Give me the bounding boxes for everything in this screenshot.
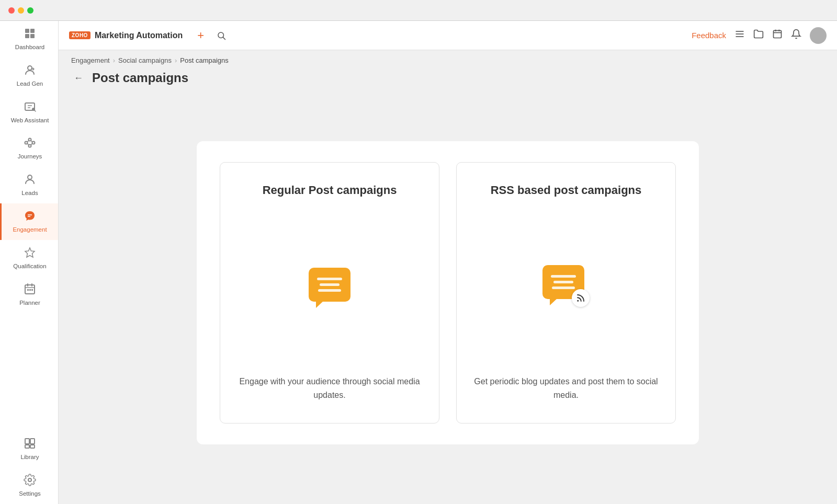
feedback-link[interactable]: Feedback (692, 31, 726, 40)
svg-rect-33 (30, 445, 35, 448)
journeys-icon (24, 136, 36, 151)
rss-post-card[interactable]: RSS based post campaigns (456, 162, 676, 423)
svg-point-13 (32, 142, 35, 144)
title-bar (0, 0, 837, 21)
settings-icon (24, 474, 36, 488)
chat-line-1 (317, 278, 342, 280)
svg-point-12 (29, 139, 31, 141)
sidebar-item-web-assistant[interactable]: Web Assistant (0, 94, 58, 131)
qualification-icon (24, 246, 36, 261)
chat-line-3 (318, 289, 341, 292)
user-avatar[interactable] (810, 27, 827, 44)
svg-rect-30 (25, 439, 29, 444)
brand: ZOHO Marketing Automation (69, 31, 183, 40)
breadcrumb-engagement[interactable]: Engagement (71, 56, 110, 64)
traffic-light-green[interactable] (27, 7, 33, 14)
search-button[interactable] (214, 29, 228, 42)
main-area: Engagement › Social campaigns › Post cam… (59, 50, 837, 504)
sidebar-item-settings[interactable]: Settings (0, 467, 58, 504)
svg-point-14 (29, 145, 31, 147)
rss-post-title: RSS based post campaigns (491, 184, 642, 197)
breadcrumb-social-campaigns[interactable]: Social campaigns (118, 56, 172, 64)
sidebar-label-library: Library (20, 454, 39, 461)
sidebar-item-journeys[interactable]: Journeys (0, 130, 58, 167)
regular-post-description: Engage with your audience through social… (237, 375, 422, 402)
sidebar-label-leads: Leads (21, 190, 38, 197)
sidebar-label-dashboard: Dashboard (15, 44, 44, 51)
breadcrumb-current: Post campaigns (180, 56, 229, 64)
topnav: ZOHO Marketing Automation + Feedback (59, 21, 837, 50)
sidebar-item-leads[interactable]: Leads (0, 167, 58, 203)
planner-icon (24, 283, 36, 297)
web-assistant-icon (24, 100, 36, 115)
svg-rect-27 (27, 289, 29, 291)
svg-rect-40 (774, 30, 782, 38)
rss-chat-line-1 (551, 275, 576, 278)
traffic-light-yellow[interactable] (18, 7, 24, 14)
list-view-icon[interactable] (734, 29, 745, 42)
folder-icon[interactable] (753, 29, 764, 42)
svg-rect-3 (30, 34, 35, 38)
svg-rect-29 (31, 289, 33, 291)
sidebar-item-lead-gen[interactable]: Lead Gen (0, 58, 58, 94)
sidebar-item-qualification[interactable]: Qualification (0, 240, 58, 277)
rss-post-description: Get periodic blog updates and post them … (473, 375, 659, 402)
sidebar-item-planner[interactable]: Planner (0, 277, 58, 313)
sidebar-item-engagement[interactable]: Engagement (0, 203, 58, 240)
dashboard-icon (24, 27, 36, 42)
svg-rect-1 (30, 29, 35, 33)
app-name: Marketing Automation (95, 31, 183, 40)
sidebar-label-settings: Settings (19, 490, 41, 498)
calendar-icon[interactable] (772, 29, 783, 42)
svg-rect-28 (29, 289, 31, 291)
sidebar-item-library[interactable]: Library (0, 431, 58, 467)
leads-icon (24, 173, 36, 188)
svg-line-17 (31, 144, 32, 145)
regular-post-icon-area (309, 201, 350, 371)
app-container: Dashboard Lead Gen (0, 21, 837, 504)
svg-marker-22 (25, 248, 35, 257)
svg-point-44 (577, 300, 579, 302)
cards-container: Regular Post campaigns Engage with your … (197, 141, 699, 444)
svg-line-10 (35, 110, 36, 111)
sidebar-label-engagement: Engagement (13, 226, 47, 234)
breadcrumb-sep-2: › (175, 56, 177, 64)
svg-line-15 (28, 141, 29, 142)
svg-rect-0 (25, 29, 29, 33)
chat-bubble-icon (309, 268, 350, 304)
page-header: ← Post campaigns (59, 68, 837, 94)
cards-wrapper: Regular Post campaigns Engage with your … (59, 94, 837, 504)
rss-chat-icon (542, 265, 590, 307)
sidebar-label-journeys: Journeys (18, 153, 42, 161)
svg-point-4 (28, 66, 32, 70)
rss-chat-line-3 (552, 287, 575, 289)
back-button[interactable]: ← (71, 71, 86, 85)
zoho-logo: ZOHO (69, 31, 91, 39)
regular-post-card[interactable]: Regular Post campaigns Engage with your … (220, 162, 439, 423)
svg-line-16 (31, 141, 32, 142)
svg-line-18 (28, 144, 29, 145)
svg-rect-2 (25, 34, 29, 38)
sidebar: Dashboard Lead Gen (0, 21, 59, 504)
breadcrumb-sep-1: › (113, 56, 115, 64)
svg-point-34 (28, 478, 31, 482)
lead-gen-icon (24, 64, 36, 78)
topnav-actions: + (195, 27, 228, 44)
library-icon (24, 437, 36, 452)
svg-point-19 (28, 175, 32, 179)
add-button[interactable]: + (195, 27, 206, 44)
sidebar-item-dashboard[interactable]: Dashboard (0, 21, 58, 58)
rss-post-icon-area (542, 201, 590, 371)
traffic-lights (8, 7, 33, 14)
svg-rect-31 (30, 439, 35, 444)
bell-icon[interactable] (791, 29, 801, 42)
breadcrumb: Engagement › Social campaigns › Post cam… (59, 50, 837, 68)
rss-overlay (572, 289, 590, 307)
traffic-light-red[interactable] (8, 7, 15, 14)
svg-point-11 (25, 142, 28, 144)
rss-chat-line-2 (553, 281, 573, 283)
sidebar-label-lead-gen: Lead Gen (17, 81, 43, 88)
svg-line-36 (223, 37, 225, 39)
regular-post-title: Regular Post campaigns (263, 184, 397, 197)
svg-rect-32 (25, 445, 29, 448)
